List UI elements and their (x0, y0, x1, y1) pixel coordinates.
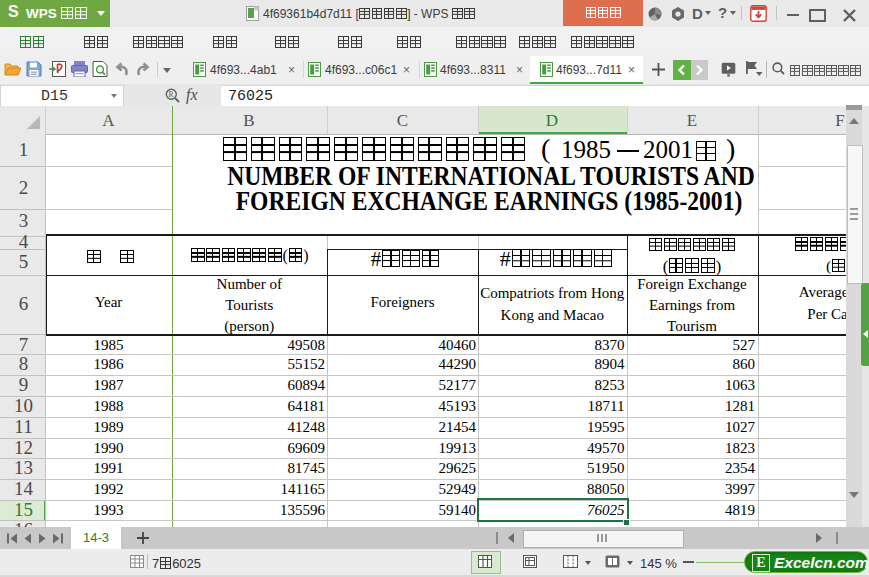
svg-text:R: R (168, 90, 173, 99)
